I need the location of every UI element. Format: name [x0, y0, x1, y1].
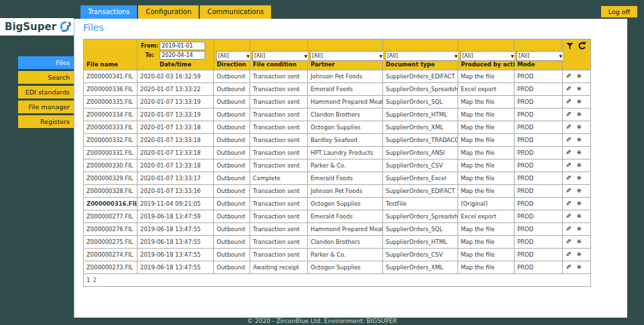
row-actions-cell: ✎ ✳ [563, 185, 591, 198]
direction-cell: Outbound [214, 70, 250, 83]
date-from-input[interactable] [160, 42, 205, 50]
file-name-cell: Z000000275.FIL [84, 236, 138, 249]
date-filter-zone: From: To: [140, 41, 211, 60]
edit-icon[interactable]: ✎ [566, 213, 571, 220]
row-actions-cell: ✎ ✳ [563, 70, 591, 83]
file-condition-header-label: File condition [253, 61, 297, 68]
file-condition-cell: Transaction sent [250, 210, 308, 223]
edit-icon[interactable]: ✎ [566, 251, 571, 258]
tab-transactions[interactable]: Transactions [80, 5, 137, 19]
direction-cell: Outbound [214, 249, 250, 261]
date-to-input[interactable] [160, 51, 205, 60]
top-tab-bar: Transactions Configuration Communication… [80, 5, 271, 19]
partner-cell: Clandon Brothers [308, 109, 383, 121]
process-icon[interactable]: ✳ [576, 111, 582, 118]
partner-cell: Parker & Co. [308, 159, 383, 172]
sidebar-item-files[interactable]: Files [18, 56, 74, 69]
produced-by-action-cell: Map the file [458, 109, 515, 121]
mode-cell: PROD [515, 70, 563, 83]
column-header-mode: [All] ▼ Mode [515, 40, 563, 70]
process-icon[interactable]: ✳ [576, 239, 582, 245]
page-2-link[interactable]: 2 [93, 277, 96, 283]
row-actions-cell: ✎ ✳ [563, 134, 591, 147]
file-name-cell: Z000000336.FIL [84, 83, 138, 96]
process-icon[interactable]: ✳ [576, 188, 582, 194]
table-row: Z000000336.FIL 2020-01-07 13:33:22 Outbo… [84, 83, 591, 96]
edit-icon[interactable]: ✎ [566, 86, 571, 92]
document-type-cell: SupplierOrders_SQL [383, 96, 458, 109]
partner-cell: Emerald Foods [308, 210, 383, 223]
edit-icon[interactable]: ✎ [566, 264, 571, 271]
edit-icon[interactable]: ✎ [566, 200, 571, 207]
partner-cell: Clandon Brothers [308, 236, 383, 249]
table-row: Z000000334.FIL 2020-01-07 13:33:19 Outbo… [84, 109, 591, 121]
process-icon[interactable]: ✳ [576, 226, 582, 233]
process-icon[interactable]: ✳ [576, 162, 582, 169]
file-condition-filter-select[interactable]: [All] [252, 51, 309, 61]
table-row: Z000000273.FIL 2019-06-18 13:47:55 Outbo… [84, 261, 591, 274]
table-row: Z000000328.FIL 2020-01-07 13:33:16 Outbo… [84, 185, 591, 198]
process-icon[interactable]: ✳ [576, 73, 582, 80]
partner-cell: Hammond Prepared Meats [308, 96, 383, 109]
log-off-button[interactable]: Log off [601, 6, 637, 17]
edit-icon[interactable]: ✎ [566, 99, 571, 105]
edit-icon[interactable]: ✎ [566, 226, 571, 233]
process-icon[interactable]: ✳ [576, 137, 582, 143]
datetime-cell: 2020-01-07 13:33:22 [138, 83, 214, 96]
produced-by-action-cell: Map the file [458, 185, 515, 198]
datetime-cell: 2020-01-07 13:33:19 [138, 96, 214, 109]
edit-icon[interactable]: ✎ [566, 111, 571, 118]
datetime-header-label: Date/time [138, 61, 213, 68]
row-actions-cell: ✎ ✳ [563, 159, 591, 172]
file-name-cell: Z000000335.FIL [84, 96, 138, 109]
process-icon[interactable]: ✳ [576, 99, 582, 105]
edit-icon[interactable]: ✎ [566, 175, 571, 182]
direction-filter-select[interactable]: [All] [216, 51, 252, 61]
edit-icon[interactable]: ✎ [566, 124, 571, 131]
file-condition-cell: Transaction sent [250, 96, 308, 109]
tab-configuration[interactable]: Configuration [138, 5, 199, 19]
table-row: Z000000341.FIL 2020-02-03 16:32:59 Outbo… [84, 70, 591, 83]
edit-icon[interactable]: ✎ [566, 73, 571, 80]
edit-icon[interactable]: ✎ [566, 239, 571, 245]
mode-cell: PROD [515, 96, 563, 109]
sidebar-item-edi-standards[interactable]: EDI standards [18, 86, 74, 99]
document-type-filter-select[interactable]: [All] [385, 51, 460, 61]
process-icon[interactable]: ✳ [576, 149, 582, 156]
process-icon[interactable]: ✳ [576, 175, 582, 182]
document-type-cell: SupplierOrders_EDIFACT [383, 70, 458, 83]
from-label: From: [140, 43, 160, 49]
tab-communications[interactable]: Communications [200, 5, 271, 19]
sidebar-item-search[interactable]: Search [18, 71, 74, 84]
sidebar-item-registers[interactable]: Registers [18, 115, 74, 128]
edit-icon[interactable]: ✎ [566, 188, 571, 194]
edit-icon[interactable]: ✎ [566, 162, 571, 169]
produced-by-action-cell: Excel export [458, 210, 515, 223]
refresh-icon[interactable] [578, 42, 586, 50]
file-name-cell: Z000000328.FIL [84, 185, 138, 198]
file-condition-cell: Transaction sent [250, 185, 308, 198]
column-header-actions [563, 40, 591, 70]
datetime-cell: 2020-01-07 13:33:18 [138, 134, 214, 147]
process-icon[interactable]: ✳ [576, 251, 582, 258]
direction-cell: Outbound [214, 121, 250, 134]
edit-icon[interactable]: ✎ [566, 149, 571, 156]
file-name-cell: Z000000329.FIL [84, 172, 138, 185]
filter-funnel-icon[interactable] [566, 42, 574, 50]
process-icon[interactable]: ✳ [576, 86, 582, 92]
document-type-cell: SupplierOrders_ANSI [383, 147, 458, 159]
mode-filter-select[interactable]: [All] [517, 51, 564, 61]
process-icon[interactable]: ✳ [576, 200, 582, 207]
edit-icon[interactable]: ✎ [566, 137, 571, 143]
process-icon[interactable]: ✳ [576, 124, 582, 131]
partner-filter-select[interactable]: [All] [310, 51, 384, 61]
produced-by-action-filter-select[interactable]: [All] [460, 51, 516, 61]
file-condition-cell: Transaction sent [250, 249, 308, 261]
process-icon[interactable]: ✳ [576, 264, 582, 271]
datetime-cell: 2020-01-07 13:33:19 [138, 109, 214, 121]
datetime-cell: 2019-06-18 13:47:55 [138, 236, 214, 249]
document-type-cell: SupplierOrders_SQL [383, 223, 458, 236]
process-icon[interactable]: ✳ [576, 213, 582, 220]
files-table-body: Z000000341.FIL 2020-02-03 16:32:59 Outbo… [84, 70, 591, 274]
sidebar-item-file-manager[interactable]: File manager [18, 101, 74, 113]
